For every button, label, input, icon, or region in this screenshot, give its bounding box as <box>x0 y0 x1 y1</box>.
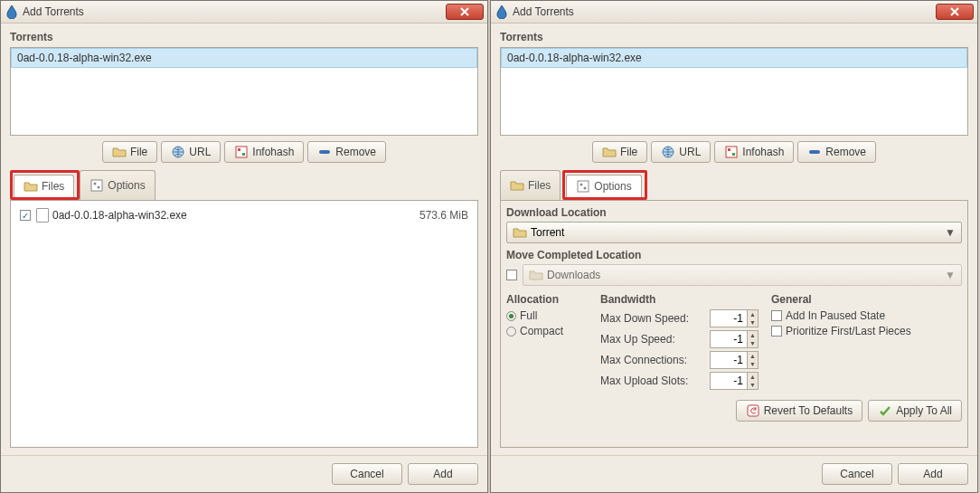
svg-rect-3 <box>242 153 245 156</box>
torrent-list[interactable]: 0ad-0.0.18-alpha-win32.exe <box>500 47 968 136</box>
torrent-list[interactable]: 0ad-0.0.18-alpha-win32.exe <box>10 47 478 136</box>
svg-rect-16 <box>748 405 759 416</box>
file-row[interactable]: 0ad-0.0.18-alpha-win32.exe 573.6 MiB <box>16 206 472 224</box>
tab-files[interactable]: Files <box>14 175 74 197</box>
max-up-spinner[interactable]: ▲▼ <box>710 330 759 348</box>
preferences-icon <box>576 179 590 194</box>
move-completed-checkbox[interactable] <box>506 270 517 280</box>
chevron-down-icon: ▼ <box>945 269 956 281</box>
spinner-down-icon[interactable]: ▼ <box>748 381 758 389</box>
tab-bar: Files Options <box>500 170 968 201</box>
folder-open-icon <box>510 178 524 193</box>
dialog-content: Torrents 0ad-0.0.18-alpha-win32.exe File… <box>1 24 487 455</box>
close-button[interactable] <box>446 4 484 20</box>
max-down-label: Max Down Speed: <box>600 312 704 325</box>
tab-options[interactable]: Options <box>566 175 641 197</box>
hash-icon <box>234 145 249 159</box>
torrent-list-item[interactable]: 0ad-0.0.18-alpha-win32.exe <box>11 48 477 68</box>
file-name: 0ad-0.0.18-alpha-win32.exe <box>52 209 419 222</box>
remove-button[interactable]: Remove <box>797 141 876 163</box>
svg-rect-10 <box>728 148 730 151</box>
move-completed-select[interactable]: Downloads ▼ <box>523 264 962 286</box>
radio-icon <box>506 327 516 337</box>
max-slots-spinner[interactable]: ▲▼ <box>710 372 759 390</box>
hash-icon <box>724 145 739 159</box>
apply-to-all-button[interactable]: Apply To All <box>868 400 962 422</box>
svg-rect-5 <box>91 180 102 191</box>
infohash-button[interactable]: Infohash <box>714 141 794 163</box>
max-conn-label: Max Connections: <box>600 354 704 366</box>
globe-icon <box>661 145 675 159</box>
max-up-input[interactable] <box>711 331 747 347</box>
spinner-down-icon[interactable]: ▼ <box>748 339 758 347</box>
infohash-button[interactable]: Infohash <box>224 141 304 163</box>
preferences-icon <box>90 178 104 193</box>
cancel-button[interactable]: Cancel <box>332 463 402 485</box>
add-button[interactable]: Add <box>898 463 968 485</box>
checkbox-icon <box>771 326 782 337</box>
radio-icon <box>506 311 516 321</box>
torrent-list-item[interactable]: 0ad-0.0.18-alpha-win32.exe <box>501 48 967 68</box>
titlebar: Add Torrents <box>491 1 977 24</box>
files-tab-content: 0ad-0.0.18-alpha-win32.exe 573.6 MiB <box>10 201 478 448</box>
dialog-footer: Cancel Add <box>1 455 487 492</box>
svg-rect-13 <box>578 181 589 192</box>
add-torrents-dialog-right: Add Torrents Torrents 0ad-0.0.18-alpha-w… <box>490 0 978 493</box>
tab-options[interactable]: Options <box>80 170 155 200</box>
undo-icon <box>746 403 760 418</box>
file-size: 573.6 MiB <box>419 209 468 222</box>
spinner-down-icon[interactable]: ▼ <box>748 360 758 368</box>
tab-bar: Files Options <box>10 170 478 201</box>
files-tab-highlight: Files <box>10 170 80 200</box>
svg-rect-12 <box>809 150 820 154</box>
svg-rect-1 <box>236 147 247 157</box>
file-button[interactable]: File <box>592 141 647 163</box>
max-conn-spinner[interactable]: ▲▼ <box>710 351 759 369</box>
add-torrents-dialog-left: Add Torrents Torrents 0ad-0.0.18-alpha-w… <box>0 0 488 493</box>
deluge-icon <box>5 5 19 19</box>
revert-defaults-button[interactable]: Revert To Defaults <box>736 400 863 422</box>
max-down-spinner[interactable]: ▲▼ <box>710 309 759 327</box>
spinner-up-icon[interactable]: ▲ <box>748 310 758 318</box>
allocation-compact-radio[interactable]: Compact <box>506 325 588 337</box>
file-checkbox[interactable] <box>20 210 31 221</box>
spinner-up-icon[interactable]: ▲ <box>748 352 758 360</box>
allocation-full-radio[interactable]: Full <box>506 309 588 322</box>
max-conn-input[interactable] <box>711 352 747 368</box>
url-button[interactable]: URL <box>651 141 711 163</box>
spinner-down-icon[interactable]: ▼ <box>748 318 758 327</box>
url-button[interactable]: URL <box>161 141 221 163</box>
svg-rect-4 <box>319 150 330 154</box>
titlebar: Add Torrents <box>1 1 487 24</box>
dialog-footer: Cancel Add <box>491 455 977 492</box>
prioritize-checkbox-row[interactable]: Prioritize First/Last Pieces <box>771 325 962 337</box>
spinner-up-icon[interactable]: ▲ <box>748 373 758 381</box>
max-down-input[interactable] <box>711 310 747 327</box>
source-button-row: File URL Infohash Remove <box>10 141 478 163</box>
minus-icon <box>317 145 332 159</box>
allocation-title: Allocation <box>506 293 588 306</box>
bandwidth-title: Bandwidth <box>600 293 759 306</box>
close-button[interactable] <box>936 4 974 20</box>
add-button[interactable]: Add <box>408 463 478 485</box>
svg-rect-9 <box>726 147 737 157</box>
max-slots-label: Max Upload Slots: <box>600 374 704 387</box>
general-title: General <box>771 293 962 306</box>
svg-point-7 <box>98 186 100 189</box>
move-completed-label: Move Completed Location <box>506 249 962 261</box>
svg-rect-2 <box>238 148 240 151</box>
download-location-select[interactable]: Torrent ▼ <box>506 222 962 243</box>
download-location-label: Download Location <box>506 206 962 219</box>
tab-files[interactable]: Files <box>500 170 561 200</box>
max-slots-input[interactable] <box>711 373 747 389</box>
folder-icon <box>112 145 127 159</box>
options-tab-content: Download Location Torrent ▼ Move Complet… <box>500 201 968 448</box>
cancel-button[interactable]: Cancel <box>822 463 892 485</box>
spinner-up-icon[interactable]: ▲ <box>748 331 758 339</box>
options-tab-highlight: Options <box>562 170 646 200</box>
file-button[interactable]: File <box>102 141 157 163</box>
remove-button[interactable]: Remove <box>307 141 386 163</box>
add-paused-checkbox-row[interactable]: Add In Paused State <box>771 309 962 322</box>
torrents-label: Torrents <box>10 31 478 43</box>
svg-point-6 <box>94 183 97 185</box>
